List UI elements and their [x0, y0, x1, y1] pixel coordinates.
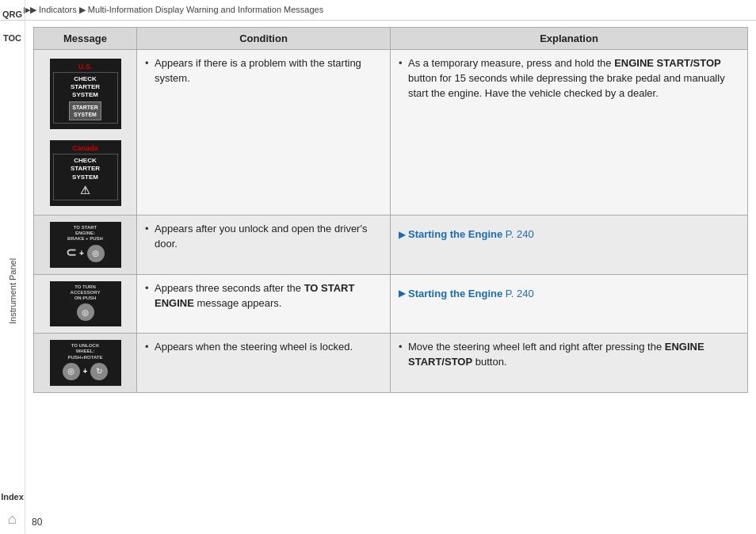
explanation-item: Move the steering wheel left and right a…	[399, 340, 739, 370]
table-row: TO TURNACCESSORYON:PUSH ◎ Appears three …	[34, 274, 748, 334]
starting-engine-link-2[interactable]: Starting the Engine	[408, 228, 502, 240]
message-image-2: TO STARTENGINE:BRAKE + PUSH ⊂ + ◎	[50, 222, 121, 268]
message-cell-1: U.S. CHECKSTARTERSYSTEM STARTERSYSTEM Ca…	[34, 50, 137, 216]
sidebar-item-toc[interactable]: TOC	[3, 30, 21, 46]
table-row: TO UNLOCKWHEEL:PUSH+ROTATE ◎ + ↻ Appears…	[34, 334, 748, 393]
message-image-4: TO UNLOCKWHEEL:PUSH+ROTATE ◎ + ↻	[50, 340, 121, 386]
message-cell-2: TO STARTENGINE:BRAKE + PUSH ⊂ + ◎	[34, 216, 137, 275]
push-icon: ◎	[87, 245, 105, 262]
message-image-3: TO TURNACCESSORYON:PUSH ◎	[50, 281, 121, 327]
condition-list-3: Appears three seconds after the TO START…	[145, 281, 382, 311]
explanation-item: As a temporary measure, press and hold t…	[399, 56, 739, 101]
plus-icon-4: +	[83, 366, 88, 376]
explanation-list-1: As a temporary measure, press and hold t…	[399, 56, 739, 101]
bold-text: ENGINE START/STOP	[408, 341, 704, 368]
msg-label-3: TO TURNACCESSORYON:PUSH	[53, 284, 118, 302]
us-label: U.S.	[53, 63, 118, 72]
sidebar-item-qrg[interactable]: QRG	[2, 6, 22, 22]
explanation-cell-3: ▶ Starting the Engine P. 240	[391, 274, 748, 334]
breadcrumb: ▶▶ Indicators ▶ Multi-Information Displa…	[0, 0, 756, 21]
link-container-2: ▶ Starting the Engine P. 240	[399, 228, 739, 240]
condition-item: Appears three seconds after the TO START…	[145, 281, 382, 311]
icon-row-3: ◎	[53, 303, 118, 321]
message-cell-3: TO TURNACCESSORYON:PUSH ◎	[34, 274, 137, 334]
condition-item: Appears when the steering wheel is locke…	[145, 340, 382, 355]
brake-icon: ⊂	[66, 245, 76, 261]
sidebar-section-label: Instrument Panel	[8, 93, 17, 489]
condition-item: Appears after you unlock and open the dr…	[145, 222, 382, 252]
link-arrow-icon: ▶	[399, 229, 406, 240]
explanation-list-4: Move the steering wheel left and right a…	[399, 340, 739, 370]
starter-btn-icon: STARTERSYSTEM	[69, 101, 101, 120]
msg-check-starter-us: CHECKSTARTERSYSTEM STARTERSYSTEM	[53, 72, 118, 124]
condition-cell-1: Appears if there is a problem with the s…	[137, 50, 391, 216]
condition-list-1: Appears if there is a problem with the s…	[145, 56, 382, 86]
rotate-icon: ↻	[90, 363, 108, 380]
msg-label-4: TO UNLOCKWHEEL:PUSH+ROTATE	[53, 343, 118, 360]
bold-text: TO START ENGINE	[155, 282, 354, 309]
link-container-3: ▶ Starting the Engine P. 240	[399, 288, 739, 299]
condition-cell-4: Appears when the steering wheel is locke…	[137, 334, 391, 393]
starting-engine-link-3[interactable]: Starting the Engine	[408, 288, 502, 299]
home-icon[interactable]: ⌂	[8, 511, 17, 528]
msg-label-2: TO STARTENGINE:BRAKE + PUSH	[53, 225, 118, 242]
bold-text: ENGINE START/STOP	[614, 57, 721, 69]
accessory-push-icon: ◎	[77, 303, 94, 321]
col-header-condition: Condition	[137, 28, 391, 50]
condition-cell-3: Appears three seconds after the TO START…	[137, 274, 391, 334]
info-table: Message Condition Explanation U.S. CHECK…	[33, 27, 748, 393]
condition-list-4: Appears when the steering wheel is locke…	[145, 340, 382, 355]
col-header-explanation: Explanation	[391, 28, 748, 50]
link-page-3: P. 240	[506, 288, 534, 299]
plus-icon: +	[79, 248, 84, 258]
explanation-cell-2: ▶ Starting the Engine P. 240	[391, 216, 748, 275]
link-page-2: P. 240	[506, 228, 534, 240]
message-image-canada: Canada CHECKSTARTERSYSTEM ⚠	[50, 140, 121, 206]
condition-list-2: Appears after you unlock and open the dr…	[145, 222, 382, 252]
message-cell-4: TO UNLOCKWHEEL:PUSH+ROTATE ◎ + ↻	[34, 334, 137, 393]
link-arrow-icon: ▶	[399, 288, 406, 299]
push-rotate-icon: ◎	[63, 363, 80, 380]
canada-label: Canada	[53, 144, 118, 154]
icon-row-4: ◎ + ↻	[53, 363, 118, 380]
col-header-message: Message	[34, 28, 137, 50]
explanation-cell-4: Move the steering wheel left and right a…	[391, 334, 748, 393]
main-content: Message Condition Explanation U.S. CHECK…	[25, 27, 756, 417]
table-row: TO STARTENGINE:BRAKE + PUSH ⊂ + ◎ Appear…	[34, 216, 748, 275]
page-number: 80	[32, 517, 42, 528]
icon-row-2: ⊂ + ◎	[53, 245, 118, 262]
explanation-cell-1: As a temporary measure, press and hold t…	[391, 50, 748, 216]
condition-item: Appears if there is a problem with the s…	[145, 56, 382, 86]
table-row: U.S. CHECKSTARTERSYSTEM STARTERSYSTEM Ca…	[34, 50, 748, 216]
sidebar: QRG TOC Instrument Panel Index ⌂	[0, 0, 25, 534]
condition-cell-2: Appears after you unlock and open the dr…	[137, 216, 391, 275]
message-image-us: U.S. CHECKSTARTERSYSTEM STARTERSYSTEM	[50, 59, 121, 129]
sidebar-item-index[interactable]: Index	[1, 489, 24, 505]
msg-check-starter-canada: CHECKSTARTERSYSTEM ⚠	[53, 154, 118, 200]
